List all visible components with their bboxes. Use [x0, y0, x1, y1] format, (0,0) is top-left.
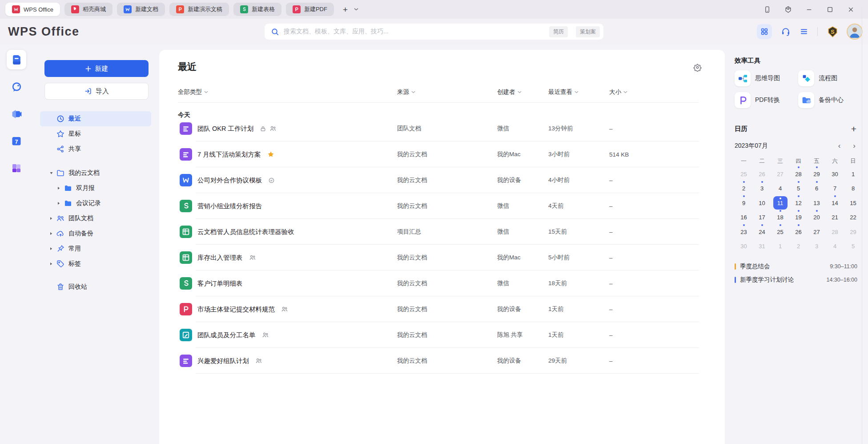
calendar-day[interactable]: 2 [737, 182, 751, 195]
calendar-day[interactable]: 3 [755, 182, 769, 195]
calendar-day[interactable]: 4 [773, 182, 787, 195]
filter-3[interactable]: 最近查看 [548, 88, 579, 96]
calendar-event[interactable]: 季度总结会 9:30–11:00 [735, 260, 858, 273]
calendar-day[interactable]: 5 [846, 240, 860, 253]
caret-right-icon[interactable] [46, 262, 56, 266]
calendar-day[interactable]: 7 [828, 182, 842, 195]
new-tab-button[interactable]: + [343, 5, 348, 14]
tab-5[interactable]: 新建PDF [286, 3, 334, 16]
sidebar-tree-item-6[interactable]: 标签 [40, 256, 151, 271]
new-document-button[interactable]: 新建 [44, 60, 149, 77]
caret-right-icon[interactable] [54, 202, 64, 205]
tab-3[interactable]: 新建演示文稿 [169, 3, 229, 16]
workspace-button[interactable] [784, 6, 792, 13]
calendar-day[interactable]: 22 [846, 211, 860, 224]
file-row[interactable]: 团队 OKR 工作计划 团队文档 微信 13分钟前 – [178, 116, 699, 141]
sidebar-tree-item-1[interactable]: 双月报 [40, 181, 151, 196]
mobile-button[interactable] [764, 6, 771, 13]
sidebar-tree-item-0[interactable]: 我的云文档 [40, 165, 151, 181]
search-tag-resume[interactable]: 简历 [549, 26, 568, 37]
sidebar-item-1[interactable]: 星标 [40, 126, 151, 141]
calendar-day[interactable]: 21 [828, 211, 842, 224]
calendar-day[interactable]: 12 [792, 197, 805, 209]
calendar-day[interactable]: 14 [828, 197, 842, 209]
calendar-day[interactable]: 9 [737, 197, 751, 209]
caret-right-icon[interactable] [46, 247, 56, 250]
calendar-day[interactable]: 30 [828, 168, 842, 180]
maximize-button[interactable] [826, 6, 834, 13]
file-row[interactable]: 公司对外合作协议模板 我的云文档 我的设备 4小时前 – [178, 167, 699, 193]
filter-4[interactable]: 大小 [609, 88, 627, 96]
calendar-day[interactable]: 2 [792, 240, 805, 253]
calendar-day[interactable]: 13 [810, 197, 824, 209]
caret-right-icon[interactable] [46, 232, 56, 235]
calendar-day[interactable]: 26 [792, 226, 805, 238]
caret-down-icon[interactable] [46, 171, 56, 175]
calendar-day[interactable]: 15 [846, 197, 860, 209]
add-event-button[interactable]: + [851, 124, 856, 133]
rail-item-apps[interactable] [7, 158, 26, 178]
calendar-day[interactable]: 20 [810, 211, 824, 224]
svip-badge[interactable]: S [827, 26, 839, 38]
calendar-day[interactable]: 28 [828, 226, 842, 238]
file-row[interactable]: 7 月线下活动策划方案 我的云文档 我的Mac 3小时前 514 KB [178, 141, 699, 167]
user-avatar[interactable] [848, 24, 862, 39]
file-row[interactable]: 市场主体登记提交材料规范 我的云文档 我的设备 1天前 – [178, 296, 699, 322]
settings-gear-icon[interactable] [693, 63, 702, 72]
tab-1[interactable]: 稻壳商城 [64, 3, 113, 16]
sidebar-item-trash[interactable]: 回收站 [40, 279, 151, 295]
calendar-day[interactable]: 16 [737, 211, 751, 224]
sidebar-item-2[interactable]: 共享 [40, 141, 151, 157]
filter-2[interactable]: 创建者 [497, 88, 522, 96]
rail-item-documents[interactable] [7, 50, 26, 69]
rail-item-calendar[interactable]: 7 [7, 131, 26, 151]
calendar-day-selected[interactable]: 11 [773, 196, 788, 210]
calendar-day[interactable]: 3 [810, 240, 824, 253]
apps-grid-button[interactable] [757, 24, 772, 39]
calendar-day[interactable]: 25 [737, 168, 751, 180]
calendar-day[interactable]: 19 [792, 211, 805, 224]
search-input[interactable]: 搜索文档、模板、文库、应用、技巧... 简历 策划案 [265, 24, 603, 40]
file-row[interactable]: 营销小组业绩分析报告 我的云文档 微信 4天前 – [178, 193, 699, 219]
close-button[interactable] [847, 6, 855, 13]
calendar-day[interactable]: 1 [773, 240, 787, 253]
tab-4[interactable]: 新建表格 [233, 3, 281, 16]
rail-item-chat[interactable] [7, 77, 26, 97]
tool-1[interactable]: 流程图 [798, 70, 858, 86]
menu-icon[interactable] [800, 27, 808, 36]
sidebar-tree-item-2[interactable]: 会议记录 [40, 196, 151, 211]
calendar-next-button[interactable]: › [853, 141, 856, 150]
calendar-day[interactable]: 24 [755, 226, 769, 238]
file-row[interactable]: 团队成员及分工名单 我的云文档 陈旭 共享 1天前 – [178, 322, 699, 348]
headset-support-icon[interactable] [781, 27, 791, 36]
tab-list-chevron[interactable] [354, 8, 358, 11]
calendar-day[interactable]: 23 [737, 226, 751, 238]
caret-right-icon[interactable] [46, 217, 56, 220]
calendar-day[interactable]: 26 [755, 168, 769, 180]
sidebar-tree-item-5[interactable]: 常用 [40, 241, 151, 256]
tab-2[interactable]: 新建文档 [117, 3, 165, 16]
calendar-prev-button[interactable]: ‹ [838, 141, 841, 150]
sidebar-tree-item-3[interactable]: 团队文档 [40, 211, 151, 226]
tool-3[interactable]: 备份中心 [798, 92, 858, 108]
calendar-day[interactable]: 1 [846, 168, 860, 180]
file-row[interactable]: 库存出入管理表 我的云文档 我的Mac 5小时前 – [178, 245, 699, 270]
sidebar-tree-item-4[interactable]: 自动备份 [40, 226, 151, 241]
filter-1[interactable]: 来源 [397, 88, 415, 96]
file-row[interactable]: 云文档管人员信息统计表理器验收 项目汇总 微信 15天前 – [178, 219, 699, 245]
search-tag-plan[interactable]: 策划案 [576, 26, 600, 37]
file-row[interactable]: 兴趣爱好组队计划 我的云文档 我的设备 29天前 – [178, 348, 699, 374]
calendar-day[interactable]: 30 [737, 240, 751, 253]
calendar-day[interactable]: 10 [755, 197, 769, 209]
calendar-day[interactable]: 4 [828, 240, 842, 253]
calendar-day[interactable]: 29 [810, 168, 824, 180]
filter-0[interactable]: 全部类型 [178, 88, 208, 96]
file-row[interactable]: 客户订单明细表 我的云文档 微信 18天前 – [178, 270, 699, 296]
calendar-day[interactable]: 18 [773, 211, 787, 224]
calendar-day[interactable]: 28 [792, 168, 805, 180]
sidebar-item-0[interactable]: 最近 [40, 111, 151, 126]
caret-right-icon[interactable] [54, 186, 64, 190]
minimize-button[interactable] [805, 6, 813, 13]
calendar-day[interactable]: 25 [773, 226, 787, 238]
calendar-day[interactable]: 5 [792, 182, 805, 195]
